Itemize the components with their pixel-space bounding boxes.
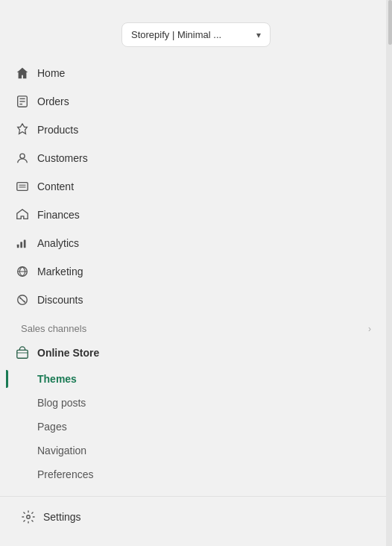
sidebar-item-analytics-label: Analytics — [37, 237, 79, 249]
svg-rect-9 — [20, 242, 22, 248]
sidebar-subitem-pages[interactable]: Pages — [6, 415, 386, 439]
sidebar-item-orders[interactable]: Orders — [6, 87, 386, 116]
sidebar-subitem-preferences-label: Preferences — [37, 468, 93, 480]
sidebar-item-products-label: Products — [37, 124, 78, 136]
sidebar-subitem-blog-posts[interactable]: Blog posts — [6, 391, 386, 415]
finances-icon — [15, 207, 30, 222]
sidebar-item-content-label: Content — [37, 181, 74, 192]
sidebar-item-settings-label: Settings — [43, 511, 81, 523]
sidebar-subitem-navigation[interactable]: Navigation — [6, 439, 386, 462]
sidebar-item-home[interactable]: Home — [6, 59, 386, 87]
sidebar-item-marketing-label: Marketing — [37, 266, 83, 277]
sidebar-subitem-preferences[interactable]: Preferences — [6, 462, 386, 486]
sidebar-item-online-store-label: Online Store — [37, 347, 99, 359]
customers-icon — [15, 151, 30, 166]
sidebar-item-settings[interactable]: Settings — [12, 503, 380, 531]
online-store-icon — [15, 345, 30, 360]
svg-rect-5 — [17, 183, 28, 191]
sales-channels-header: Sales channels › — [6, 314, 386, 339]
content-icon — [15, 179, 30, 194]
sidebar-item-online-store[interactable]: → Online Store — [6, 339, 386, 367]
sidebar-subitem-blog-posts-label: Blog posts — [37, 397, 86, 409]
settings-section: Settings — [0, 496, 392, 546]
chevron-right-icon: › — [368, 324, 371, 334]
sidebar-item-products[interactable]: Products — [6, 116, 386, 144]
sidebar: Storepify | Minimal ... ▾ Home Orders Pr… — [0, 0, 392, 546]
analytics-icon — [15, 236, 30, 251]
svg-rect-8 — [17, 245, 19, 248]
svg-rect-10 — [24, 240, 26, 248]
sidebar-item-marketing[interactable]: Marketing — [6, 257, 386, 286]
home-icon — [15, 66, 30, 81]
svg-rect-18 — [17, 350, 28, 358]
scrollbar[interactable] — [386, 0, 392, 546]
chevron-down-icon: ▾ — [256, 30, 261, 40]
nav-section: Home Orders Products Customers — [0, 59, 392, 490]
orders-icon — [15, 94, 30, 109]
sidebar-item-orders-label: Orders — [37, 95, 69, 107]
sidebar-subitem-themes-label: Themes — [37, 373, 77, 385]
store-name: Storepify | Minimal ... — [131, 29, 221, 40]
sidebar-item-finances[interactable]: Finances — [6, 201, 386, 229]
sidebar-item-customers-label: Customers — [37, 152, 88, 164]
scrollbar-thumb — [388, 0, 392, 45]
sidebar-subitem-themes[interactable]: Themes ← — [6, 367, 386, 391]
sales-channels-label: Sales channels — [21, 323, 86, 334]
sidebar-item-discounts[interactable]: Discounts — [6, 286, 386, 314]
sidebar-subitem-navigation-label: Navigation — [37, 445, 86, 456]
sidebar-item-discounts-label: Discounts — [37, 294, 83, 306]
sidebar-subitem-pages-label: Pages — [37, 421, 67, 433]
discounts-icon — [15, 292, 30, 307]
svg-point-16 — [19, 298, 21, 299]
sidebar-item-finances-label: Finances — [37, 209, 80, 221]
products-icon — [15, 122, 30, 137]
sidebar-item-content[interactable]: Content — [6, 172, 386, 201]
store-selector[interactable]: Storepify | Minimal ... ▾ — [121, 22, 271, 47]
svg-point-4 — [20, 154, 25, 158]
settings-icon — [21, 509, 36, 524]
sidebar-item-analytics[interactable]: Analytics — [6, 229, 386, 257]
marketing-icon — [15, 264, 30, 279]
sidebar-item-customers[interactable]: Customers — [6, 144, 386, 172]
svg-point-17 — [24, 301, 25, 302]
svg-point-20 — [27, 515, 31, 519]
sidebar-item-home-label: Home — [37, 67, 65, 79]
